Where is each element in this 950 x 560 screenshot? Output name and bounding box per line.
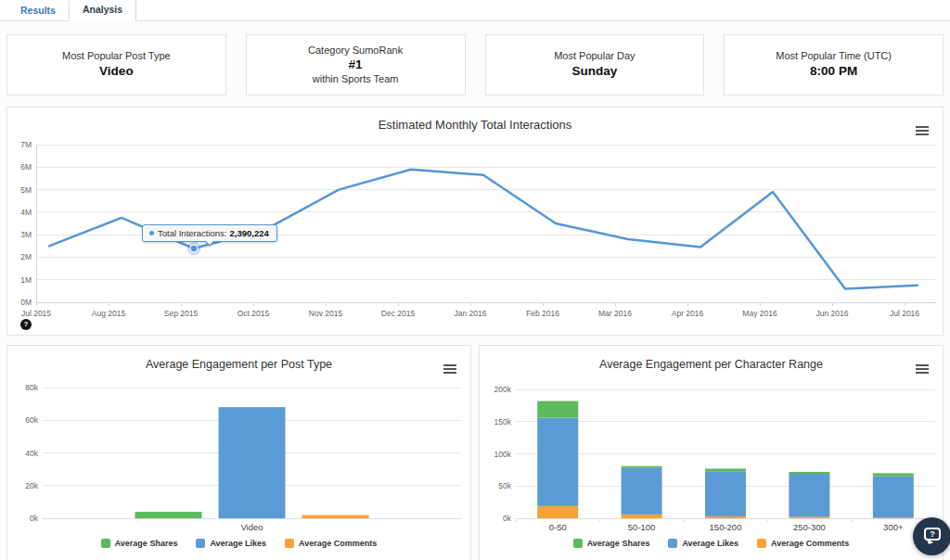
stat-card-sumorank: Category SumoRank #1 within Sports Team xyxy=(246,34,466,95)
stat-value: #1 xyxy=(247,57,465,71)
chart-context-menu-icon[interactable] xyxy=(916,364,929,375)
tab-results[interactable]: Results xyxy=(7,0,69,21)
svg-text:1M: 1M xyxy=(20,275,32,285)
svg-text:7M: 7M xyxy=(20,140,32,149)
svg-text:May 2016: May 2016 xyxy=(742,309,777,318)
svg-text:3M: 3M xyxy=(20,230,32,239)
svg-text:40k: 40k xyxy=(25,449,38,458)
svg-text:Aug 2015: Aug 2015 xyxy=(92,309,126,318)
legend-swatch-icon xyxy=(285,539,294,548)
svg-text:150-200: 150-200 xyxy=(710,522,742,532)
svg-text:80k: 80k xyxy=(25,383,38,392)
chart-title: Average Engagement per Character Range xyxy=(480,346,943,371)
legend-swatch-icon xyxy=(573,539,583,548)
post-type-bar-chart[interactable]: 0k20k40k60k80kVideo xyxy=(7,375,470,535)
svg-text:Jan 2016: Jan 2016 xyxy=(455,309,487,318)
chart-title: Average Engagement per Post Type xyxy=(7,346,470,371)
legend-label: Average Shares xyxy=(115,539,178,548)
tooltip-value: 2,390,224 xyxy=(229,228,268,238)
svg-text:0M: 0M xyxy=(20,298,32,307)
svg-text:Mar 2016: Mar 2016 xyxy=(598,309,632,318)
svg-text:200k: 200k xyxy=(494,385,512,394)
legend-label: Average Comments xyxy=(299,539,377,548)
svg-text:Jul 2015: Jul 2015 xyxy=(21,309,51,318)
tab-bar: Results Analysis xyxy=(0,0,950,21)
svg-text:0k: 0k xyxy=(30,514,39,523)
svg-text:60k: 60k xyxy=(25,415,38,425)
legend-item-average-shares[interactable]: Average Shares xyxy=(573,539,650,548)
svg-text:Video: Video xyxy=(240,522,263,532)
speech-bubble-tail xyxy=(924,540,934,550)
svg-text:4M: 4M xyxy=(20,208,32,217)
svg-text:100k: 100k xyxy=(494,450,512,459)
legend-swatch-icon xyxy=(196,539,205,548)
legend-swatch-icon xyxy=(101,539,110,548)
post-type-chart-card: Average Engagement per Post Type 0k20k40… xyxy=(6,345,471,560)
svg-text:250-300: 250-300 xyxy=(793,522,826,532)
svg-text:50-100: 50-100 xyxy=(628,522,656,532)
legend: Average SharesAverage LikesAverage Comme… xyxy=(7,539,470,548)
legend-label: Average Comments xyxy=(771,539,849,548)
stat-cards-row: Most Popular Post Type Video Category Su… xyxy=(6,34,944,95)
stat-label: Most Popular Post Type xyxy=(7,50,225,61)
analysis-dashboard: Results Analysis Most Popular Post Type … xyxy=(0,0,950,560)
svg-text:Oct 2015: Oct 2015 xyxy=(238,309,270,318)
svg-text:0-50: 0-50 xyxy=(549,522,567,532)
chart-context-menu-icon[interactable] xyxy=(443,364,456,375)
stat-card-popular-time: Most Popular Time (UTC) 8:00 PM xyxy=(724,34,944,95)
stat-label: Most Popular Time (UTC) xyxy=(725,50,943,61)
interactions-chart-card: Estimated Monthly Total Interactions 0M1… xyxy=(6,107,944,336)
legend-item-average-shares[interactable]: Average Shares xyxy=(101,539,178,548)
stat-label: Category SumoRank xyxy=(247,45,465,56)
svg-text:20k: 20k xyxy=(25,481,38,490)
svg-text:50k: 50k xyxy=(498,481,511,490)
chat-help-button[interactable]: ? xyxy=(913,517,950,555)
stat-label: Most Popular Day xyxy=(486,50,704,61)
legend-label: Average Likes xyxy=(210,539,266,548)
stat-card-popular-day: Most Popular Day Sunday xyxy=(485,34,705,95)
svg-text:Jun 2016: Jun 2016 xyxy=(816,309,849,318)
legend-label: Average Likes xyxy=(682,539,738,548)
svg-text:Jul 2016: Jul 2016 xyxy=(890,309,919,318)
svg-text:Nov 2015: Nov 2015 xyxy=(309,309,343,318)
svg-text:Feb 2016: Feb 2016 xyxy=(526,309,559,318)
char-range-bar-chart[interactable]: 0k50k100k150k200k0-5050-100150-200250-30… xyxy=(480,375,943,535)
svg-text:300+: 300+ xyxy=(883,522,904,532)
svg-text:5M: 5M xyxy=(20,185,32,195)
legend-item-average-comments[interactable]: Average Comments xyxy=(757,539,849,548)
stat-value: Video xyxy=(7,64,225,78)
svg-text:Sep 2015: Sep 2015 xyxy=(164,309,199,318)
legend-label: Average Shares xyxy=(587,539,650,548)
legend-item-average-comments[interactable]: Average Comments xyxy=(285,539,377,548)
series-marker-icon xyxy=(149,231,154,235)
stat-value: Sunday xyxy=(486,64,704,78)
legend: Average SharesAverage LikesAverage Comme… xyxy=(480,539,943,548)
stat-card-post-type: Most Popular Post Type Video xyxy=(6,34,226,95)
svg-text:Dec 2015: Dec 2015 xyxy=(381,309,416,318)
tab-analysis[interactable]: Analysis xyxy=(69,0,136,21)
chart-tooltip: Total Interactions:2,390,224 xyxy=(142,224,277,242)
chart-title: Estimated Monthly Total Interactions xyxy=(7,108,943,132)
legend-item-average-likes[interactable]: Average Likes xyxy=(668,539,738,548)
svg-text:6M: 6M xyxy=(20,162,32,172)
svg-text:0k: 0k xyxy=(503,514,512,523)
legend-item-average-likes[interactable]: Average Likes xyxy=(196,539,266,548)
legend-swatch-icon xyxy=(757,539,766,548)
svg-text:Apr 2016: Apr 2016 xyxy=(672,309,704,318)
legend-swatch-icon xyxy=(668,539,677,548)
stat-sublabel: within Sports Team xyxy=(247,73,465,84)
svg-text:150k: 150k xyxy=(494,417,512,426)
stat-value: 8:00 PM xyxy=(725,64,943,78)
char-range-chart-card: Average Engagement per Character Range 0… xyxy=(479,345,944,560)
help-icon[interactable]: ? xyxy=(20,319,32,330)
svg-text:2M: 2M xyxy=(20,252,32,261)
tooltip-label: Total Interactions: xyxy=(158,228,226,238)
